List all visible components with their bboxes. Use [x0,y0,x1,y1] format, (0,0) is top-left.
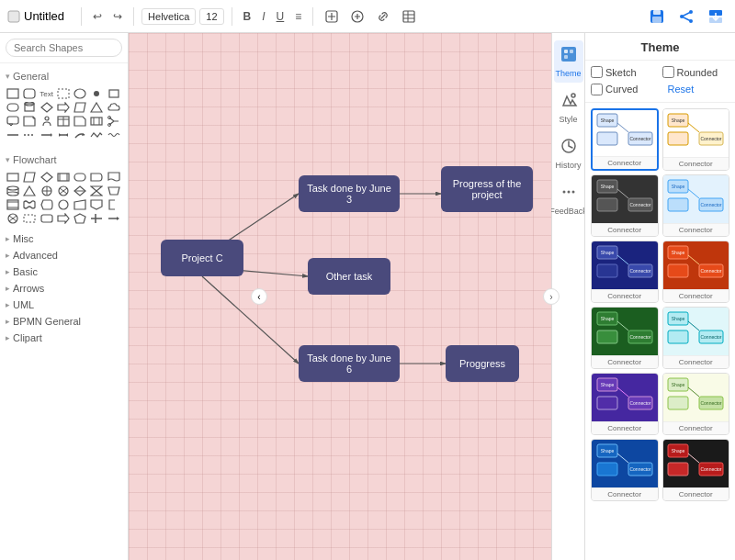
section-clipart[interactable]: ▸ Clipart [0,330,128,346]
shape-rounded2[interactable] [6,101,20,114]
shape-page[interactable] [73,115,87,128]
theme-card-dark-green[interactable]: Shape Connector Connector [591,307,659,369]
shape-callout[interactable] [6,115,20,128]
theme-card-blue-dark[interactable]: Shape Connector Connector [591,439,659,501]
fc-pentagon[interactable] [73,212,87,225]
fc-database[interactable] [6,185,20,197]
shape-person[interactable] [40,115,54,128]
shape-process[interactable] [89,115,104,128]
fc-terminator[interactable] [73,171,87,184]
shape-arrow-line[interactable] [40,129,54,141]
theme-card-warm[interactable]: Shape Connector Connector [662,241,730,303]
bold-button[interactable]: B [240,8,255,25]
theme-card-lime[interactable]: Shape Connector Connector [662,373,730,435]
canvas-area[interactable]: Project C Task done by June 3 Progress o… [129,33,551,560]
node-project-c[interactable]: Project C [161,240,243,276]
fc-triangle[interactable] [22,185,37,197]
fc-connector[interactable] [56,198,71,211]
theme-card-purple[interactable]: Shape Connector Connector [591,373,659,435]
table-button[interactable] [398,7,420,26]
fc-sort[interactable] [73,185,87,197]
shape-double-arrow[interactable] [56,129,71,141]
shape-line[interactable] [6,129,20,141]
fc-decision[interactable] [40,171,54,184]
sketch-checkbox[interactable] [591,66,603,78]
share-button[interactable] [674,6,698,27]
section-basic[interactable]: ▸ Basic [0,263,128,280]
theme-card-red-dark[interactable]: Shape Connector Connector [662,439,730,501]
shape-table[interactable] [56,115,71,128]
shape-arrow-right[interactable] [56,101,71,114]
underline-button[interactable]: U [273,8,288,25]
italic-button[interactable]: I [258,8,268,25]
curved-checkbox[interactable] [591,84,603,95]
right-sidebar-collapse-button[interactable]: › [543,288,560,305]
fc-dashed-box[interactable] [22,212,37,225]
theme-card-orange[interactable]: Shape Connector Connector [662,108,730,171]
format-button[interactable] [321,7,343,26]
section-uml[interactable]: ▸ UML [0,297,128,313]
fc-plus[interactable] [89,212,104,225]
node-task-june6[interactable]: Task done by June 6 [299,345,400,382]
node-proggress[interactable]: Proggress [446,345,519,382]
save-button[interactable] [645,6,669,27]
reset-button[interactable]: Reset [662,82,700,96]
rounded-checkbox[interactable] [662,66,674,78]
undo-button[interactable]: ↩ [89,8,106,25]
shape-dot[interactable] [89,87,104,100]
theme-card-teal[interactable]: Shape Connector Connector [662,307,730,369]
fc-offpage[interactable] [89,198,104,211]
fc-or[interactable] [40,185,54,197]
shape-text[interactable]: Text [40,87,54,100]
sketch-checkbox-label[interactable]: Sketch [591,66,659,78]
link-button[interactable] [372,7,394,26]
node-task-june3[interactable]: Task done by June 3 [299,175,400,212]
fc-arrow-shape[interactable] [56,212,71,225]
shape-rectangle[interactable] [6,87,20,100]
history-icon-button[interactable]: History [554,132,583,174]
fc-document[interactable] [107,171,121,184]
style-icon-button[interactable]: Style [554,86,583,129]
redo-button[interactable]: ↪ [109,8,126,25]
section-advanced[interactable]: ▸ Advanced [0,247,128,263]
shape-wave[interactable] [107,129,121,141]
theme-card-blue-light[interactable]: Shape Connector Connector [662,174,730,237]
insert-button[interactable] [346,7,368,26]
shape-zigzag[interactable] [89,129,104,141]
shape-parallelogram[interactable] [73,101,87,114]
fc-delay[interactable] [89,171,104,184]
shape-triangle[interactable] [89,101,104,114]
search-input[interactable] [6,39,122,57]
shape-rounded-rect[interactable] [22,87,37,100]
fc-collate[interactable] [89,185,104,197]
fc-display[interactable] [40,198,54,211]
font-family-select[interactable]: Helvetica [141,8,196,25]
fc-predefined[interactable] [56,171,71,184]
shape-diamond[interactable] [40,101,54,114]
section-arrows[interactable]: ▸ Arrows [0,280,128,297]
section-flowchart-title[interactable]: ▾ Flowchart [6,151,122,169]
fc-annotation[interactable] [107,198,121,211]
shape-dashed-line[interactable] [22,129,37,141]
feedback-icon-button[interactable]: FeedBack [554,178,583,220]
curved-checkbox-label[interactable]: Curved [591,82,659,96]
shape-note[interactable] [22,115,37,128]
rounded-checkbox-label[interactable]: Rounded [662,66,730,78]
fc-long-arrow[interactable] [107,212,121,225]
shape-square[interactable] [107,87,121,100]
fc-manual-input[interactable] [73,198,87,211]
left-sidebar-collapse-button[interactable]: ‹ [251,288,267,305]
node-other-task[interactable]: Other task [308,258,390,295]
shape-cloud[interactable] [107,101,121,114]
export-button[interactable] [704,6,728,27]
theme-card-dark-blue[interactable]: Shape Connector Connector [591,241,659,303]
section-misc[interactable]: ▸ Misc [0,230,128,247]
shape-cylinder[interactable] [22,101,37,114]
theme-icon-button[interactable]: Theme [554,40,583,83]
shape-scissors[interactable] [107,115,121,128]
fc-rect2[interactable] [40,212,54,225]
shape-dash-rect[interactable] [56,87,71,100]
fc-sequential[interactable] [6,198,20,211]
fc-data[interactable] [22,171,37,184]
fc-process[interactable] [6,171,20,184]
